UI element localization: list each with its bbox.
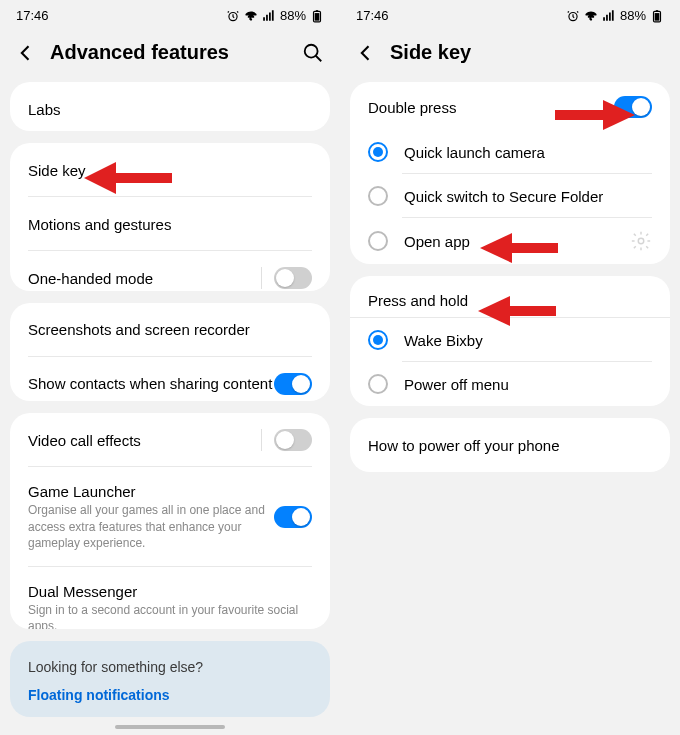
battery-text: 88% [620,8,646,23]
radio-open-app[interactable]: Open app [350,218,670,264]
toggle-game-launcher[interactable] [274,506,312,528]
status-bar: 17:46 88% [340,0,680,27]
page-title: Advanced features [50,41,288,64]
wifi-icon [584,9,598,23]
radio-icon [368,330,388,350]
card-labs: Labs [10,82,330,131]
toggle-double-press[interactable] [614,96,652,118]
footer-title: Looking for something else? [28,659,312,675]
status-time: 17:46 [356,8,389,23]
radio-quick-camera[interactable]: Quick launch camera [350,130,670,174]
back-button[interactable] [16,43,36,63]
label-press-hold: Press and hold [368,292,468,309]
footer-card: Looking for something else? Floating not… [10,641,330,717]
svg-point-4 [305,44,318,57]
alarm-icon [226,9,240,23]
screen-side-key: 17:46 88% Side key Double press Quick la… [340,0,680,735]
divider [261,267,262,289]
label-labs: Labs [28,101,312,118]
row-video-call[interactable]: Video call effects [10,413,330,467]
status-icons: 88% [566,8,664,23]
label-side-key: Side key [28,162,312,179]
card-press-hold: Press and hold Wake Bixby Power off menu [350,276,670,406]
card-double-press: Double press Quick launch camera Quick s… [350,82,670,264]
radio-icon [368,231,388,251]
gear-icon[interactable] [630,230,652,252]
radio-quick-secure[interactable]: Quick switch to Secure Folder [350,174,670,218]
radio-icon [368,142,388,162]
battery-text: 88% [280,8,306,23]
toggle-one-handed[interactable] [274,267,312,289]
svg-rect-3 [316,10,318,11]
signal-icon [602,9,616,23]
chevron-left-icon [356,43,376,63]
section-press-hold: Press and hold [350,276,670,317]
header: Advanced features [0,27,340,82]
label-quick-camera: Quick launch camera [404,144,652,161]
row-screenshots[interactable]: Screenshots and screen recorder [10,303,330,357]
signal-icon [262,9,276,23]
row-game-launcher[interactable]: Game Launcher Organise all your games al… [10,467,330,567]
label-double-press: Double press [368,99,456,116]
label-screenshots: Screenshots and screen recorder [28,321,312,338]
radio-power-off[interactable]: Power off menu [350,362,670,406]
radio-icon [368,374,388,394]
toggle-video-call[interactable] [274,429,312,451]
row-show-contacts[interactable]: Show contacts when sharing content [10,357,330,401]
chevron-left-icon [16,43,36,63]
status-icons: 88% [226,8,324,23]
label-wake-bixby: Wake Bixby [404,332,652,349]
svg-rect-7 [655,13,660,21]
footer-link[interactable]: Floating notifications [28,687,312,703]
radio-wake-bixby[interactable]: Wake Bixby [350,317,670,362]
back-button[interactable] [356,43,376,63]
section-double-press: Double press [350,82,670,130]
label-show-contacts: Show contacts when sharing content [28,375,274,392]
radio-icon [368,186,388,206]
row-side-key[interactable]: Side key [10,143,330,197]
search-icon [302,42,324,64]
status-bar: 17:46 88% [0,0,340,27]
toggle-show-contacts[interactable] [274,373,312,395]
label-quick-secure: Quick switch to Secure Folder [404,188,652,205]
card-settings-3: Video call effects Game Launcher Organis… [10,413,330,629]
svg-rect-8 [656,10,658,11]
page-title: Side key [390,41,664,64]
row-motions[interactable]: Motions and gestures [10,197,330,251]
battery-icon [310,9,324,23]
header: Side key [340,27,680,82]
alarm-icon [566,9,580,23]
screen-advanced-features: 17:46 88% Advanced features Labs Side ke… [0,0,340,735]
battery-icon [650,9,664,23]
label-power-off: Power off menu [404,376,652,393]
label-open-app: Open app [404,233,614,250]
row-labs[interactable]: Labs [10,82,330,131]
row-one-handed[interactable]: One-handed mode [10,251,330,291]
svg-point-9 [638,238,644,244]
nav-indicator [115,725,225,729]
wifi-icon [244,9,258,23]
svg-rect-2 [315,13,320,21]
label-how-to: How to power off your phone [368,437,652,454]
sub-dual-messenger: Sign in to a second account in your favo… [28,602,312,629]
card-settings-1: Side key Motions and gestures One-handed… [10,143,330,291]
divider [261,429,262,451]
label-motions: Motions and gestures [28,216,312,233]
card-settings-2: Screenshots and screen recorder Show con… [10,303,330,401]
row-dual-messenger[interactable]: Dual Messenger Sign in to a second accou… [10,567,330,629]
label-game-launcher: Game Launcher [28,483,274,500]
label-video-call: Video call effects [28,432,261,449]
label-one-handed: One-handed mode [28,270,261,287]
sub-game-launcher: Organise all your games all in one place… [28,502,274,551]
status-time: 17:46 [16,8,49,23]
row-how-to[interactable]: How to power off your phone [350,418,670,472]
card-how-to: How to power off your phone [350,418,670,472]
label-dual-messenger: Dual Messenger [28,583,312,600]
search-button[interactable] [302,42,324,64]
